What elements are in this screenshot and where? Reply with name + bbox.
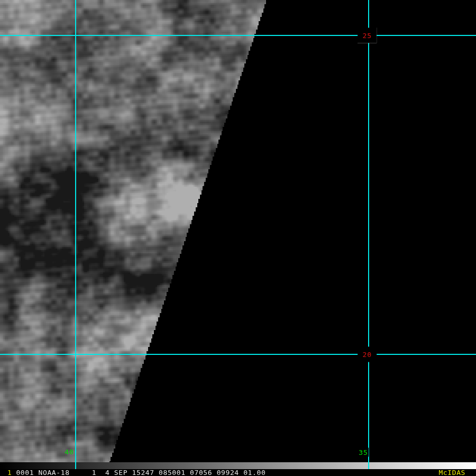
satellite-image[interactable] — [0, 0, 476, 462]
longitude-line-40 — [75, 0, 76, 469]
mcidas-display-window: 25 20 40 35 1 0001 NOAA-18 1 4 SEP 15247… — [0, 0, 476, 476]
status-text-group: 1 0001 NOAA-18 1 4 SEP 15247 085001 0705… — [0, 469, 266, 476]
latitude-label-25: 25 — [358, 28, 377, 43]
latitude-label-20: 20 — [358, 347, 377, 362]
image-info-text: 0001 NOAA-18 1 4 SEP 15247 085001 07056 … — [16, 469, 266, 476]
latitude-line-20 — [0, 354, 476, 355]
longitude-label-40: 40 — [65, 448, 74, 455]
latitude-line-25 — [0, 35, 476, 36]
longitude-line-35 — [368, 0, 369, 469]
longitude-label-35: 35 — [358, 448, 369, 457]
status-bar: 1 0001 NOAA-18 1 4 SEP 15247 085001 0705… — [0, 469, 476, 476]
frame-number: 1 — [7, 469, 12, 476]
mcidas-brand-label: McIDAS — [438, 469, 476, 476]
